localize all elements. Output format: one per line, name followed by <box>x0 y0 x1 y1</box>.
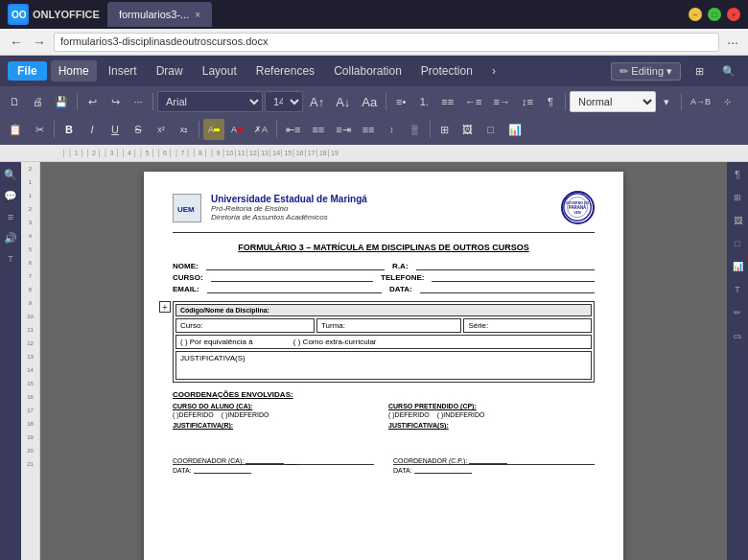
redo-button[interactable]: ↪ <box>105 91 126 112</box>
numbering-button[interactable]: 1. <box>413 91 434 112</box>
sidebar-audio-tool[interactable]: 🔊 <box>2 229 19 246</box>
replace-button[interactable]: A→B <box>686 91 715 112</box>
strikethrough-button[interactable]: S <box>128 119 149 140</box>
telefone-line <box>432 273 595 282</box>
font-size-select[interactable]: 14 <box>265 91 303 112</box>
maximize-button[interactable]: □ <box>708 8 721 21</box>
coord-cp-label: COORDENADOR (C.P.): <box>393 457 595 465</box>
save-button[interactable]: 💾 <box>50 91 73 112</box>
toolbar-area: 🗋 🖨 💾 ↩ ↪ ··· Arial 14 A↑ A↓ Aa ≡• 1. ≡≡… <box>0 86 748 145</box>
multilevel-button[interactable]: ≡≡ <box>436 91 458 112</box>
italic-button[interactable]: I <box>82 119 103 140</box>
more-tools-button[interactable]: ··· <box>128 91 149 112</box>
layout-menu[interactable]: Layout <box>195 60 245 82</box>
clear-formatting-button[interactable]: ✗A <box>249 119 272 140</box>
toolbar-row-1: 🗋 🖨 💾 ↩ ↪ ··· Arial 14 A↑ A↓ Aa ≡• 1. ≡≡… <box>4 88 744 115</box>
font-case-button[interactable]: Aa <box>357 91 382 112</box>
sort-button[interactable]: ↕≡ <box>517 91 538 112</box>
sidebar-comment-tool[interactable]: 💬 <box>2 187 19 204</box>
indent-decrease-button[interactable]: ←≡ <box>460 91 486 112</box>
ruler-mark: 5 <box>21 243 39 256</box>
tab-close-icon[interactable]: × <box>195 10 200 20</box>
bullets-button[interactable]: ≡• <box>390 91 411 112</box>
institution-info: Universidade Estadual de Maringá Pró-Rei… <box>211 194 551 222</box>
right-draw-tool[interactable]: ✏ <box>729 304 746 321</box>
sidebar-nav-tool[interactable]: ≡ <box>2 208 19 225</box>
justify-button[interactable]: ≡≡ <box>358 119 380 140</box>
cut-button[interactable]: ✂ <box>29 119 50 140</box>
select-all-button[interactable]: ⊹ <box>717 91 738 112</box>
insert-chart-button[interactable]: 📊 <box>503 119 526 140</box>
underline-button[interactable]: U <box>105 119 126 140</box>
align-right-button[interactable]: ≡⇥ <box>331 119 355 140</box>
insert-table-button[interactable]: ⊞ <box>434 119 456 140</box>
search-button[interactable]: 🔍 <box>717 60 740 82</box>
minimize-button[interactable]: − <box>689 8 702 21</box>
sidebar-text-tool[interactable]: T <box>2 250 19 268</box>
bold-button[interactable]: B <box>58 119 80 140</box>
print-button[interactable]: 🖨 <box>27 91 48 112</box>
ruler-mark: 15 <box>21 377 39 390</box>
insert-menu[interactable]: Insert <box>101 60 145 82</box>
form-title: FORMULÁRIO 3 – MATRÍCULA EM DISCIPLINAS … <box>173 243 595 252</box>
more-menu[interactable]: › <box>484 60 503 82</box>
editing-button[interactable]: ✏ Editing ▾ <box>611 62 681 81</box>
nome-line <box>206 262 385 270</box>
institution-sub2: Diretoria de Assuntos Acadêmicos <box>211 213 551 222</box>
menu-more-button[interactable]: ··· <box>725 35 740 50</box>
forward-button[interactable]: → <box>31 35 48 50</box>
clipboard-button[interactable]: 📋 <box>4 119 27 140</box>
add-row-button[interactable]: + <box>159 301 171 313</box>
layout-view-button[interactable]: ⊞ <box>689 60 710 82</box>
shading-button[interactable]: ▒ <box>405 119 426 140</box>
right-shape-tool[interactable]: □ <box>729 235 746 252</box>
ruler-mark: 13 <box>21 350 39 363</box>
back-button[interactable]: ← <box>8 35 25 50</box>
undo-button[interactable]: ↩ <box>82 91 103 112</box>
sidebar-search-tool[interactable]: 🔍 <box>2 166 19 183</box>
ruler-mark: 20 <box>21 444 39 457</box>
protection-menu[interactable]: Protection <box>413 60 480 82</box>
references-menu[interactable]: References <box>248 60 322 82</box>
right-chart-tool[interactable]: 📊 <box>729 258 746 275</box>
extra-curricular: ( ) Como extra-curricular <box>293 338 377 346</box>
editing-label: Editing <box>631 65 664 77</box>
font-color-button[interactable]: A <box>226 119 247 140</box>
right-table-tool[interactable]: ⊞ <box>729 189 746 206</box>
subscript-button[interactable]: x₂ <box>174 119 195 140</box>
home-menu[interactable]: Home <box>51 60 97 82</box>
toolbar-row-2: 📋 ✂ B I U S x² x₂ A A ✗A ⇤≡ ≡≡ ≡⇥ ≡≡ ↕ ▒… <box>4 116 744 143</box>
file-name[interactable]: formularios3-disciplinasdeoutroscursos.d… <box>54 33 719 52</box>
document-area[interactable]: UEM Universidade Estadual de Maringá Pró… <box>40 162 727 560</box>
font-family-select[interactable]: Arial <box>157 91 263 112</box>
draw-menu[interactable]: Draw <box>149 60 191 82</box>
font-grow-button[interactable]: A↑ <box>305 91 329 112</box>
right-text-tool[interactable]: T <box>729 281 746 298</box>
highlight-button[interactable]: A <box>203 119 224 140</box>
style-expand-button[interactable]: ▾ <box>656 91 677 112</box>
align-left-button[interactable]: ⇤≡ <box>281 119 305 140</box>
new-button[interactable]: 🗋 <box>4 91 25 112</box>
ruler-mark: 3 <box>21 216 39 229</box>
document-tab[interactable]: formularios3-... × <box>107 2 212 27</box>
insert-shape-button[interactable]: □ <box>480 119 502 140</box>
table-turma-label: Turma: <box>316 318 461 333</box>
ruler-mark: 14 <box>21 363 39 377</box>
superscript-button[interactable]: x² <box>151 119 172 140</box>
line-spacing-button[interactable]: ↕ <box>382 119 403 140</box>
ruler-mark: 21 <box>21 457 39 471</box>
right-formatting-marks[interactable]: ¶ <box>729 166 746 183</box>
right-cs-tool[interactable]: cs <box>729 327 746 344</box>
show-formatting-button[interactable]: ¶ <box>540 91 561 112</box>
data-ca-label: DATA: <box>173 467 192 474</box>
paragraph-style-select[interactable]: Normal <box>570 91 656 112</box>
close-button[interactable]: × <box>727 8 740 21</box>
insert-image-button[interactable]: 🖼 <box>457 119 479 140</box>
field-row-2: CURSO: TELEFONE: <box>173 273 595 282</box>
align-center-button[interactable]: ≡≡ <box>307 119 329 140</box>
right-image-tool[interactable]: 🖼 <box>729 212 746 229</box>
file-menu[interactable]: File <box>8 61 47 81</box>
collaboration-menu[interactable]: Collaboration <box>326 60 409 82</box>
font-shrink-button[interactable]: A↓ <box>331 91 355 112</box>
indent-increase-button[interactable]: ≡→ <box>489 91 515 112</box>
